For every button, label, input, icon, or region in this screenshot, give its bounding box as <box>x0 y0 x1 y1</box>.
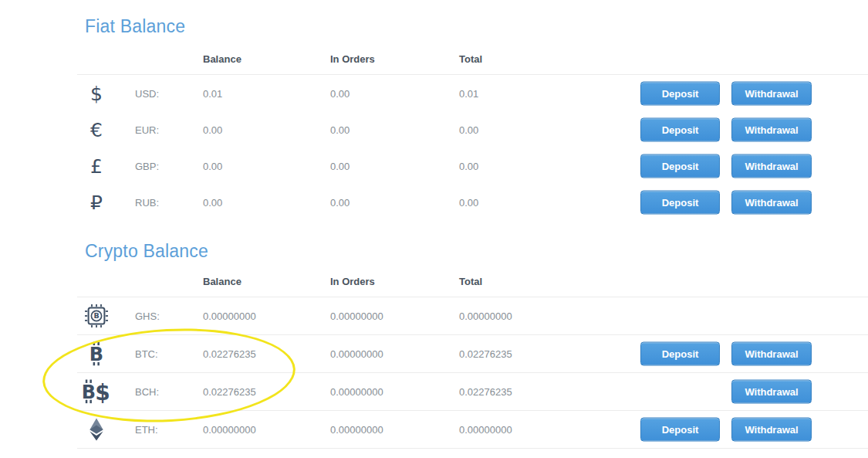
currency-label: BCH: <box>135 386 159 398</box>
balance-value: 0.00 <box>203 124 222 135</box>
bitcoin-icon: B <box>77 342 116 366</box>
svg-text:B: B <box>82 382 96 403</box>
in-orders-value: 0.00 <box>330 160 350 171</box>
total-value: 0.00 <box>459 124 478 135</box>
withdrawal-button-gbp[interactable]: Withdrawal <box>731 154 812 178</box>
currency-label: BTC: <box>135 348 158 360</box>
total-value: 0.02276235 <box>459 348 512 360</box>
table-row-eth: ETH: 0.00000000 0.00000000 0.00000000 De… <box>77 411 868 449</box>
ghs-chip-icon: B <box>77 304 116 327</box>
currency-label: GBP: <box>135 160 159 171</box>
crypto-balance-title: Crypto Balance <box>85 241 868 261</box>
balance-value: 0.02276235 <box>203 348 256 360</box>
balance-content: Fiat Balance Balance In Orders Total $ U… <box>77 0 868 449</box>
currency-label: USD: <box>135 87 159 99</box>
deposit-button-rub[interactable]: Deposit <box>640 190 720 214</box>
withdrawal-button-rub[interactable]: Withdrawal <box>731 190 812 214</box>
total-value: 0.00000000 <box>459 424 512 436</box>
total-value: 0.00 <box>459 160 478 171</box>
balance-value: 0.00 <box>203 196 222 208</box>
total-value: 0.01 <box>459 87 478 99</box>
fiat-balance-title: Fiat Balance <box>85 16 868 36</box>
table-row-btc: B BTC: 0.02276235 0.00000000 0.02276235 … <box>77 335 868 373</box>
in-orders-value: 0.00000000 <box>330 386 383 398</box>
in-orders-value: 0.00000000 <box>330 310 383 322</box>
deposit-button-usd[interactable]: Deposit <box>640 81 720 105</box>
withdrawal-button-btc[interactable]: Withdrawal <box>731 342 812 366</box>
fiat-column-total: Total <box>459 53 482 65</box>
deposit-button-btc[interactable]: Deposit <box>640 342 720 366</box>
pound-icon: £ <box>77 156 116 175</box>
deposit-button-gbp[interactable]: Deposit <box>640 154 720 178</box>
in-orders-value: 0.00 <box>330 124 350 135</box>
svg-text:B: B <box>93 311 99 320</box>
table-row-eur: € EUR: 0.00 0.00 0.00 Deposit Withdrawal <box>77 111 868 148</box>
table-row-gbp: £ GBP: 0.00 0.00 0.00 Deposit Withdrawal <box>77 148 868 184</box>
balance-value: 0.02276235 <box>203 386 256 398</box>
table-row-usd: $ USD: 0.01 0.00 0.01 Deposit Withdrawal <box>77 75 868 111</box>
currency-label: EUR: <box>135 124 159 135</box>
balance-value: 0.00000000 <box>203 310 256 322</box>
deposit-button-eth[interactable]: Deposit <box>640 418 720 442</box>
currency-label: GHS: <box>135 310 160 322</box>
table-row-rub: ₽ RUB: 0.00 0.00 0.00 Deposit Withdrawal <box>77 184 868 220</box>
in-orders-value: 0.00000000 <box>330 424 383 436</box>
table-row-bch: B $ BCH: 0.02276235 0.00000000 0.0227623… <box>77 373 868 411</box>
total-value: 0.00000000 <box>459 310 512 322</box>
deposit-button-eur[interactable]: Deposit <box>640 117 720 141</box>
fiat-table-header: Balance In Orders Total <box>77 48 868 75</box>
crypto-column-balance: Balance <box>203 276 241 287</box>
in-orders-value: 0.00 <box>330 196 350 208</box>
crypto-column-in-orders: In Orders <box>330 276 375 287</box>
svg-text:$: $ <box>95 380 110 405</box>
withdrawal-button-eth[interactable]: Withdrawal <box>731 418 812 442</box>
crypto-table-header: Balance In Orders Total <box>77 270 868 297</box>
balance-page: Fiat Balance Balance In Orders Total $ U… <box>0 0 868 458</box>
fiat-column-in-orders: In Orders <box>330 53 375 65</box>
currency-label: ETH: <box>135 424 158 436</box>
crypto-column-total: Total <box>459 276 482 287</box>
bitcoin-cash-icon: B $ <box>77 379 116 405</box>
total-value: 0.02276235 <box>459 386 512 398</box>
balance-value: 0.00000000 <box>203 424 256 436</box>
withdrawal-button-usd[interactable]: Withdrawal <box>731 81 812 105</box>
fiat-column-balance: Balance <box>203 53 241 65</box>
table-row-ghs: B GHS: 0.00000000 0.00000000 0.00000000 <box>77 297 868 335</box>
dollar-icon: $ <box>77 83 116 103</box>
in-orders-value: 0.00000000 <box>330 348 383 360</box>
euro-icon: € <box>77 120 116 139</box>
balance-value: 0.00 <box>203 160 222 171</box>
withdrawal-button-bch[interactable]: Withdrawal <box>731 380 812 404</box>
in-orders-value: 0.00 <box>330 87 350 99</box>
ethereum-icon <box>77 418 116 441</box>
currency-label: RUB: <box>135 196 159 208</box>
total-value: 0.00 <box>459 196 478 208</box>
svg-text:B: B <box>90 344 103 365</box>
balance-value: 0.01 <box>203 87 222 99</box>
ruble-icon: ₽ <box>77 192 116 212</box>
withdrawal-button-eur[interactable]: Withdrawal <box>731 117 812 141</box>
